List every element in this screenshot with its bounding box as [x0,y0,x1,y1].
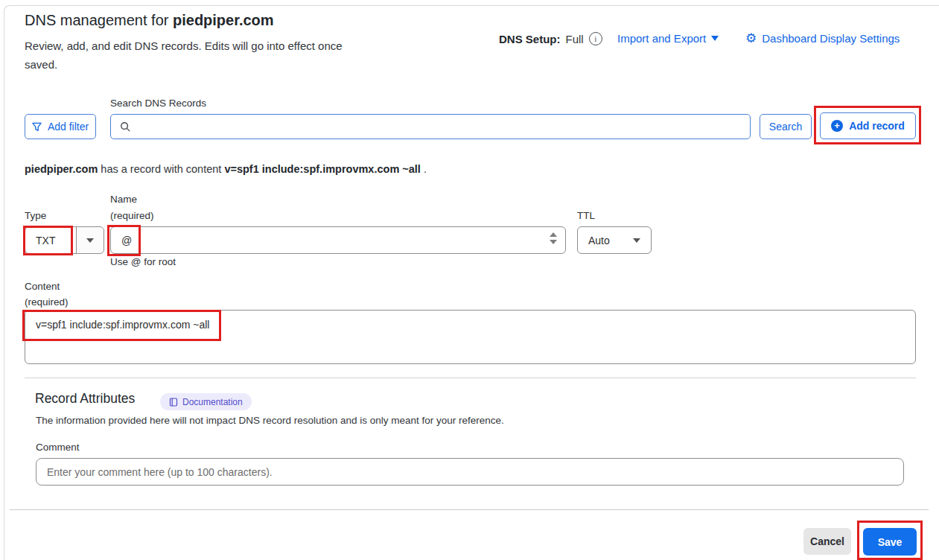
search-input-wrapper [110,114,751,139]
type-select[interactable]: TXT [25,226,104,254]
dns-setup-label: DNS Setup: [499,33,561,45]
content-required-label: (required) [25,296,69,308]
gear-icon: ⚙ [745,32,757,45]
notice-content: v=spf1 include:spf.improvmx.com ~all [224,163,421,175]
cancel-button[interactable]: Cancel [803,528,851,555]
stepper-down-icon[interactable] [550,240,557,244]
type-select-value: TXT [25,235,76,246]
notice-suffix: . [421,163,427,175]
import-export-label: Import and Export [617,32,706,45]
filter-funnel-icon [32,122,42,132]
info-icon[interactable]: i [589,32,602,45]
ttl-select[interactable]: Auto [577,226,652,254]
chevron-down-icon [711,36,719,41]
section-divider [25,378,916,378]
add-filter-label: Add filter [48,121,89,133]
search-button-label: Search [769,121,802,133]
dns-setup: DNS Setup: Full i [499,32,602,45]
ttl-select-value: Auto [588,235,610,246]
plus-circle-icon: + [831,120,843,132]
type-select-caret-zone [76,227,104,253]
chevron-down-icon [86,238,94,243]
content-textarea[interactable]: v=spf1 include:spf.improvmx.com ~all [25,310,916,364]
name-label: Name [110,194,137,205]
dns-management-page: DNS management for piedpiper.com Review,… [0,0,939,560]
record-notice: piedpiper.com has a record with content … [25,163,427,175]
chevron-down-icon [633,238,640,243]
type-label: Type [25,210,46,221]
name-input[interactable] [110,226,566,254]
page-subtitle: Review, add, and edit DNS records. Edits… [25,36,375,74]
search-button[interactable]: Search [760,114,812,139]
book-icon [169,398,178,407]
content-label: Content [25,281,60,292]
save-button[interactable]: Save [863,528,917,556]
search-input[interactable] [137,120,741,133]
ttl-label: TTL [577,210,595,221]
page-title-prefix: DNS management for [25,12,173,28]
footer-divider [10,509,929,510]
add-record-label: Add record [849,120,905,132]
name-help-text: Use @ for root [110,256,176,267]
add-filter-button[interactable]: Add filter [25,114,96,139]
page-title: DNS management for piedpiper.com [25,12,274,29]
notice-domain: piedpiper.com [25,163,98,175]
name-stepper [550,232,557,244]
comment-label: Comment [36,442,80,453]
page-title-domain: piedpiper.com [173,12,274,28]
documentation-badge-label: Documentation [182,397,243,407]
stepper-up-icon[interactable] [550,232,557,237]
search-dns-records-label: Search DNS Records [110,98,206,109]
import-export-menu[interactable]: Import and Export [617,32,719,45]
dns-setup-value: Full [566,33,584,45]
record-attributes-heading: Record Attributes [35,391,135,407]
name-required-label: (required) [110,210,154,221]
dashboard-display-settings-link[interactable]: ⚙ Dashboard Display Settings [745,32,900,45]
add-record-button[interactable]: + Add record [820,112,916,139]
record-attributes-description: The information provided here will not i… [36,415,504,426]
dashboard-display-settings-label: Dashboard Display Settings [762,32,900,45]
notice-middle: has a record with content [98,163,224,175]
comment-input[interactable] [36,458,904,486]
search-icon [120,121,131,133]
documentation-badge[interactable]: Documentation [160,393,252,410]
